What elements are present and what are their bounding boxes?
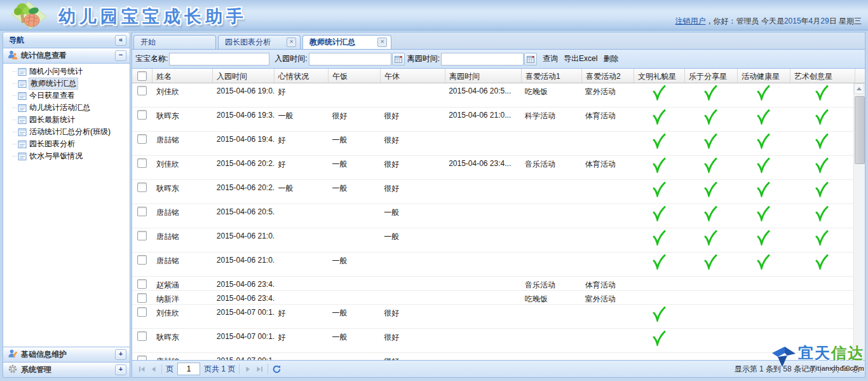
leave-time-input[interactable] [441,53,524,66]
column-header-1[interactable]: 姓名 [153,69,213,83]
table-row[interactable]: 纳新洋2015-04-06 23:4...吃晚饭室外活动 [132,291,854,305]
entry-time-input[interactable] [309,53,391,66]
row-checkbox[interactable] [137,158,147,168]
tab-开始[interactable]: 开始 [133,35,216,49]
table-row[interactable]: 刘佳欣2015-04-06 19:0...好2015-04-06 20:5...… [132,83,854,107]
sidebar-item[interactable]: 随机小问号统计 [3,66,130,78]
table-row[interactable]: 唐喆铭2015-04-06 20:5...一般 [132,204,854,228]
entry-calendar-icon[interactable] [392,53,405,66]
column-header-5[interactable]: 午休 [381,69,445,83]
cell-离园时间: 2015-04-06 20:5... [445,83,521,107]
select-all-checkbox[interactable] [137,71,147,81]
column-header-6[interactable]: 离园时间 [445,69,522,83]
row-checkbox[interactable] [137,231,147,240]
column-header-9[interactable]: 文明礼貌星 [634,69,685,83]
sidebar: 导航 « 统计信息查看 − 随机小问号统计教师统计汇总今日获星查看幼儿统计活动汇… [3,32,130,378]
document-icon [18,104,27,113]
sidebar-panel-system[interactable]: 系统管理 + [3,362,130,377]
table-row[interactable]: 刘佳欣2015-04-06 20:2...好一般很好2015-04-06 23:… [132,156,854,180]
cell-活动健康星 [736,277,789,290]
column-header-2[interactable]: 入园时间 [213,69,275,83]
search-button[interactable]: 查询 [543,53,558,64]
cell-乐于分享星 [684,277,737,290]
column-header-10[interactable]: 乐于分享星 [685,69,738,83]
row-checkbox[interactable] [137,86,147,95]
table-row[interactable]: 唐喆铭2015-04-06 21:0...一般 [132,228,854,253]
column-header-8[interactable]: 喜爱活动2 [582,69,634,83]
table-row[interactable]: 耿晖东2015-04-06 19:3...一般很好很好2015-04-06 21… [132,107,854,132]
table-row[interactable]: 唐喆铭2015-04-06 19:4...好一般很好 [132,132,854,156]
page-number-input[interactable] [177,363,200,375]
export-excel-button[interactable]: 导出Excel [564,53,597,64]
row-checkbox[interactable] [137,331,147,341]
cell-午休: 很好 [380,156,445,179]
sidebar-item[interactable]: 今日获星查看 [3,90,130,102]
row-checkbox[interactable] [137,356,147,360]
sidebar-panel-stats[interactable]: 统计信息查看 − [3,48,130,64]
sidebar-item[interactable]: 饮水与早饭情况 [3,150,130,162]
sidebar-item[interactable]: 幼儿统计活动汇总 [3,102,130,114]
row-checkbox[interactable] [137,307,147,317]
scroll-up-button[interactable] [854,83,864,94]
column-header-11[interactable]: 活动健康星 [738,69,790,83]
cell-心情状况: 一般 [275,107,329,131]
tab-园长图表分析[interactable]: 园长图表分析✕ [218,35,301,49]
check-icon [815,158,829,179]
sidebar-item[interactable]: 教师统计汇总 [3,78,130,90]
cell-喜爱活动2: 室外活动 [581,291,634,304]
cell-喜爱活动1: 音乐活动 [521,156,581,179]
sidebar-item-label: 今日获星查看 [29,90,75,101]
table-row[interactable]: 耿晖东2015-04-06 20:2...一般一般很好 [132,180,854,204]
tab-close-icon[interactable]: ✕ [377,38,387,47]
logout-link[interactable]: 注销用户 [675,17,706,25]
sidebar-item[interactable]: 园长最新统计 [3,114,130,126]
cell-入园时间: 2015-04-07 00:1... [213,329,275,352]
cell-艺术创意星 [789,253,854,276]
baby-name-input[interactable] [169,53,269,66]
sidebar-collapse-button[interactable]: « [115,35,126,46]
last-page-button[interactable] [254,363,265,375]
sidebar-item[interactable]: 园长图表分析 [3,138,130,150]
table-row[interactable]: 唐喆铭2015-04-06 21:0...一般 [132,253,854,277]
cell-艺术创意星 [789,228,854,252]
column-header-3[interactable]: 心情状况 [275,69,329,83]
row-checkbox[interactable] [137,279,147,289]
row-checkbox[interactable] [137,293,147,303]
column-header-7[interactable]: 喜爱活动1 [522,69,582,83]
first-page-button[interactable] [136,363,147,375]
table-row[interactable]: 刘佳欣2015-04-07 00:1...好一般很好 [132,305,854,329]
main-content: 开始园长图表分析✕教师统计汇总✕ 宝宝名称: 入园时间: 离园时间: [132,32,865,378]
column-header-12[interactable]: 艺术创意星 [790,69,855,83]
table-row[interactable]: 唐喆铭2015-04-07 00:1很好 [132,353,854,360]
sidebar-item[interactable]: 活动统计汇总分析(班级) [3,126,130,138]
expand-panel-button[interactable]: + [115,349,126,360]
check-icon [703,206,717,228]
cell-离园时间 [445,204,521,228]
row-checkbox[interactable] [137,110,147,120]
refresh-button[interactable] [271,363,282,375]
sidebar-panel-base-info[interactable]: 基础信息维护 + [3,347,130,362]
check-icon [703,109,717,131]
row-checkbox[interactable] [137,134,147,144]
table-row[interactable]: 赵紫涵2015-04-06 23:4...音乐活动体育活动 [132,277,854,291]
next-page-button[interactable] [242,363,254,375]
column-header-4[interactable]: 午饭 [329,69,381,83]
vendor-name-part2: 信达 [831,344,864,361]
collapse-panel-button[interactable]: − [115,50,126,61]
row-checkbox[interactable] [137,255,147,265]
cell-喜爱活动2 [581,353,634,360]
row-checkbox[interactable] [137,207,147,216]
scrollbar-thumb[interactable] [855,96,865,164]
delete-button[interactable]: 删除 [603,53,618,64]
row-checkbox[interactable] [137,183,147,192]
tab-close-icon[interactable]: ✕ [287,38,296,47]
prev-page-button[interactable] [147,363,159,375]
cell-离园时间 [445,228,521,252]
expand-panel-button[interactable]: + [115,364,126,375]
document-icon [18,67,27,76]
vertical-scrollbar[interactable] [853,83,865,360]
tab-label: 开始 [140,37,156,48]
leave-calendar-icon[interactable] [524,53,537,66]
tab-教师统计汇总[interactable]: 教师统计汇总✕ [302,35,391,49]
table-row[interactable]: 耿晖东2015-04-07 00:1...好一般很好 [132,329,854,353]
